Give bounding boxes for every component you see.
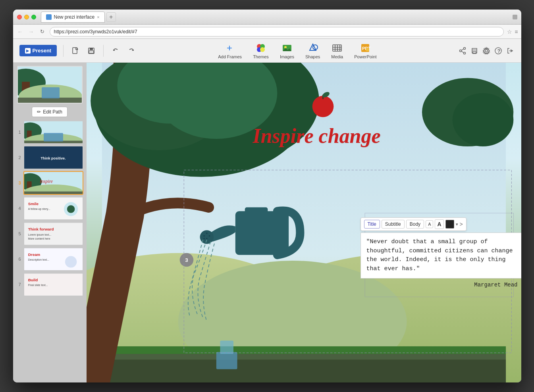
slide-thumb-5[interactable]: Think forward Lorem ipsum text... More c… [23,222,83,246]
svg-rect-32 [473,52,476,54]
slide-item-5[interactable]: 5 Think forward Lorem ipsum text... More… [16,222,83,246]
svg-text:Dream: Dream [28,252,40,257]
slide-item-6[interactable]: 6 Dream Description text... [16,247,83,271]
slide-thumb-2[interactable]: Think positive. [23,146,83,169]
powerpoint-svg: PPT [360,42,371,54]
slide-thumb-4[interactable]: Smile A follow-up story... [23,196,83,220]
slide-thumb-3[interactable]: Inspire [23,171,83,195]
slide-thumb-7[interactable]: Build Final slide text... [23,273,83,296]
text-editor-toolbar[interactable]: Title Subtitle Body A A ▾ > [360,217,467,233]
quote-text[interactable]: "Never doubt that a small group of thoug… [360,233,521,279]
tab-favicon [46,14,52,20]
help-button[interactable]: ? [494,46,503,56]
slide-4-svg: Smile A follow-up story... [24,197,83,220]
new-tab-button[interactable]: + [106,12,116,22]
svg-rect-0 [73,48,77,54]
sidebar: ✏ Edit Path 1 [13,63,87,382]
slide-number-7: 7 [16,282,21,287]
add-frames-group[interactable]: + Add Frames [215,41,245,61]
browser-tab[interactable]: New prezi interface × [41,12,105,23]
svg-point-88 [452,93,513,146]
next-button[interactable]: > [460,221,463,227]
close-window-button[interactable] [17,15,22,19]
slide-main-title[interactable]: Inspire change [227,124,406,148]
slide-thumb-1[interactable] [23,120,83,144]
address-input[interactable] [50,27,504,37]
slide-item-2[interactable]: 2 Think positive. [16,146,83,169]
share-button[interactable] [458,46,467,56]
slide-item-1[interactable]: 1 [16,120,83,144]
media-group[interactable]: Media [328,41,346,61]
tab-title: New prezi interface [54,14,95,20]
add-frames-svg: + [224,42,235,54]
subtitle-format-button[interactable]: Subtitle [382,220,405,229]
svg-rect-41 [18,98,83,104]
author-line: Margaret Mead [360,279,521,288]
font-large-button[interactable]: A [435,219,443,229]
slide-2-text: Think positive. [40,156,66,160]
slide-number-3: 3 [16,181,21,185]
settings-icon [482,47,490,55]
present-button[interactable]: ▶ Present [19,45,57,56]
logout-button[interactable] [505,46,515,56]
bookmark-icon[interactable]: ☆ [507,29,512,35]
slide-6-svg: Dream Description text... [24,248,83,271]
color-picker-button[interactable] [445,220,454,229]
slide-overview-thumbnail[interactable] [17,66,83,104]
media-icon [332,42,343,54]
expand-icon[interactable] [513,15,517,19]
slide-thumb-6[interactable]: Dream Description text... [23,247,83,271]
maximize-window-button[interactable] [31,15,36,19]
svg-rect-96 [245,208,268,213]
minimize-window-button[interactable] [24,15,29,19]
slide-number-2: 2 [16,155,21,160]
undo-button[interactable] [110,45,121,56]
svg-rect-97 [216,352,237,369]
themes-group[interactable]: Themes [250,41,272,61]
shapes-group[interactable]: Shapes [302,41,323,61]
font-small-button[interactable]: A [426,220,433,228]
quote-container[interactable]: "Never doubt that a small group of thoug… [360,233,521,288]
svg-point-67 [65,256,76,267]
svg-rect-89 [235,211,288,255]
app-toolbar: ▶ Present [13,39,521,63]
media-label: Media [331,54,343,59]
redo-icon [128,47,135,54]
share-icon [459,47,467,55]
svg-rect-3 [90,48,93,50]
slide-item-7[interactable]: 7 Build Final slide text... [16,273,83,296]
body-format-button[interactable]: Body [406,220,424,229]
canvas-area[interactable]: 3 Inspire change Title Subtitle Body [87,63,521,382]
present-label: Present [33,48,52,54]
toolbar-divider-2 [103,45,104,57]
svg-text:3: 3 [185,257,188,263]
tab-close-icon[interactable]: × [97,15,99,19]
slides-list: 1 2 [13,120,87,296]
slide-item-3[interactable]: 3 Inspire [16,171,83,195]
redo-button[interactable] [126,45,137,56]
new-file-icon [72,47,79,54]
edit-path-button[interactable]: ✏ Edit Path [32,107,67,117]
menu-icon[interactable]: ≡ [515,29,518,35]
print-button[interactable] [470,46,479,56]
slide-item-4[interactable]: 4 Smile A follow-up story... [16,196,83,220]
svg-point-28 [463,52,465,54]
svg-rect-98 [220,340,233,354]
images-group[interactable]: Images [277,41,297,61]
add-frames-label: Add Frames [218,54,242,59]
themes-svg [255,42,266,54]
settings-button[interactable] [482,46,491,56]
save-button[interactable] [86,45,97,56]
new-file-button[interactable] [70,45,81,56]
svg-text:Description text...: Description text... [28,258,49,261]
svg-text:Inspire: Inspire [39,179,53,184]
forward-button[interactable]: → [27,28,35,36]
shapes-svg [307,42,318,54]
powerpoint-group[interactable]: PPT PowerPoint [351,41,380,61]
refresh-button[interactable]: ↻ [39,28,46,36]
color-arrow-icon[interactable]: ▾ [456,222,458,227]
back-button[interactable]: ← [16,28,24,36]
title-format-button[interactable]: Title [364,220,380,229]
right-toolbar: ? [458,46,515,56]
pencil-icon: ✏ [37,109,41,115]
